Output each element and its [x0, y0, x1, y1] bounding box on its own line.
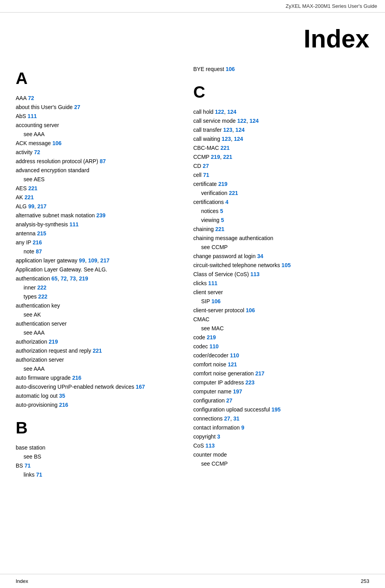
list-item: circuit-switched telephone networks 105 — [193, 261, 369, 269]
list-item: client server — [193, 288, 369, 297]
list-item: accounting server — [16, 121, 177, 129]
section-b-letter: B — [16, 419, 177, 437]
list-item: contact information 9 — [193, 424, 369, 432]
footer-left: Index — [16, 578, 28, 584]
list-item: advanced encryption standard — [16, 166, 177, 175]
list-item: counter mode — [193, 451, 369, 459]
list-item: activity 72 — [16, 148, 177, 157]
list-item: Application Layer Gateway. See ALG. — [16, 266, 177, 274]
list-item: alternative subnet mask notation 239 — [16, 211, 177, 220]
list-item: ALG 99, 217 — [16, 202, 177, 211]
list-item: authentication server — [16, 320, 177, 328]
list-item: Class of Service (CoS) 113 — [193, 270, 369, 279]
list-item: types 222 — [16, 293, 177, 301]
list-item: change password at login 34 — [193, 252, 369, 260]
list-item: address resolution protocol (ARP) 87 — [16, 157, 177, 166]
list-item: comfort noise generation 217 — [193, 370, 369, 378]
list-item: call hold 122, 124 — [193, 108, 369, 116]
list-item: AAA 72 — [16, 94, 177, 102]
header-title: ZyXEL MAX-200M1 Series User's Guide — [286, 3, 377, 9]
list-item: notices 5 — [193, 207, 369, 215]
list-item: viewing 5 — [193, 216, 369, 224]
list-item: verification 221 — [193, 189, 369, 197]
list-item: see AK — [16, 311, 177, 319]
list-item: chaining 221 — [193, 225, 369, 233]
list-item: call transfer 123, 124 — [193, 126, 369, 134]
list-item: authorization request and reply 221 — [16, 347, 177, 355]
list-item: about this User's Guide 27 — [16, 103, 177, 111]
list-item: authentication key — [16, 302, 177, 310]
list-item: base station — [16, 444, 177, 452]
list-item: authorization 219 — [16, 338, 177, 346]
list-item: computer IP address 223 — [193, 379, 369, 387]
list-item: coder/decoder 110 — [193, 351, 369, 360]
list-item: CoS 113 — [193, 442, 369, 450]
list-item: see CCMP — [193, 460, 369, 468]
list-item: analysis-by-synthesis 111 — [16, 220, 177, 229]
list-item: inner 222 — [16, 284, 177, 292]
list-item: BYE request 106 — [193, 65, 369, 73]
list-item: authorization server — [16, 356, 177, 364]
list-item: authentication 65, 72, 73, 219 — [16, 275, 177, 283]
list-item: antenna 215 — [16, 229, 177, 238]
list-item: CCMP 219, 221 — [193, 153, 369, 161]
list-item: computer name 197 — [193, 388, 369, 396]
list-item: AES 221 — [16, 184, 177, 193]
list-item: configuration 27 — [193, 397, 369, 405]
list-item: connections 27, 31 — [193, 415, 369, 423]
list-item: copyright 3 — [193, 433, 369, 441]
page-title: Index — [0, 13, 385, 57]
list-item: SIP 106 — [193, 297, 369, 306]
list-item: auto-discovering UPnP-enabled network de… — [16, 383, 177, 391]
list-item: chaining message authentication — [193, 234, 369, 242]
list-item: auto-provisioning 216 — [16, 401, 177, 409]
list-item: code 219 — [193, 333, 369, 342]
list-item: CD 27 — [193, 162, 369, 170]
list-item: certificate 219 — [193, 180, 369, 188]
list-item: note 87 — [16, 248, 177, 256]
list-item: comfort noise 121 — [193, 360, 369, 369]
list-item: automatic log out 35 — [16, 392, 177, 400]
list-item: ACK message 106 — [16, 139, 177, 147]
page-header: ZyXEL MAX-200M1 Series User's Guide — [0, 0, 385, 13]
list-item: AbS 111 — [16, 112, 177, 120]
list-item: AK 221 — [16, 193, 177, 202]
list-item: call waiting 123, 124 — [193, 135, 369, 143]
page-footer: Index 253 — [0, 574, 385, 588]
list-item: codec 110 — [193, 342, 369, 351]
section-c-letter: C — [193, 83, 369, 102]
list-item: any IP 216 — [16, 238, 177, 247]
list-item: see AAA — [16, 365, 177, 373]
list-item: cell 71 — [193, 171, 369, 179]
section-a-letter: A — [16, 69, 177, 88]
list-item: see AES — [16, 175, 177, 184]
list-item: see MAC — [193, 324, 369, 333]
list-item: BS 71 — [16, 462, 177, 470]
list-item: configuration upload successful 195 — [193, 406, 369, 414]
right-column: BYE request 106 C call hold 122, 124 cal… — [185, 65, 369, 480]
list-item: clicks 111 — [193, 279, 369, 288]
list-item: links 71 — [16, 471, 177, 479]
list-item: see AAA — [16, 329, 177, 337]
list-item: client-server protocol 106 — [193, 306, 369, 315]
list-item: CMAC — [193, 315, 369, 324]
list-item: application layer gateway 99, 109, 217 — [16, 257, 177, 265]
list-item: certifications 4 — [193, 198, 369, 206]
list-item: see BS — [16, 453, 177, 461]
list-item: see AAA — [16, 130, 177, 138]
list-item: see CCMP — [193, 243, 369, 251]
list-item: call service mode 122, 124 — [193, 117, 369, 125]
footer-right: 253 — [361, 578, 369, 584]
content-area: A AAA 72 about this User's Guide 27 AbS … — [0, 57, 385, 488]
list-item: auto firmware upgrade 216 — [16, 374, 177, 382]
list-item: CBC-MAC 221 — [193, 144, 369, 152]
left-column: A AAA 72 about this User's Guide 27 AbS … — [16, 65, 185, 480]
